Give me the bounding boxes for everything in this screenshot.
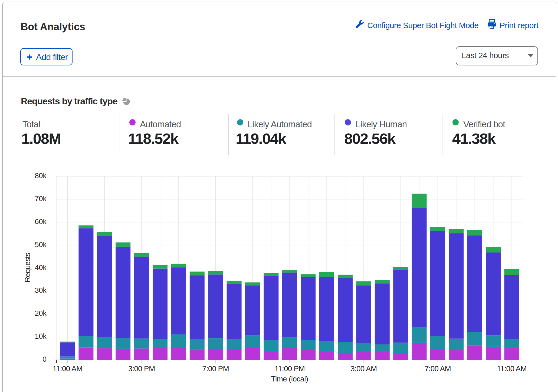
svg-text:7:00 PM: 7:00 PM [202, 364, 229, 373]
svg-text:70k: 70k [35, 195, 47, 203]
svg-text:3:00 PM: 3:00 PM [128, 364, 155, 373]
svg-text:11:00 AM: 11:00 AM [53, 364, 83, 373]
svg-text:Time (local): Time (local) [271, 375, 308, 383]
svg-text:60k: 60k [35, 218, 47, 226]
svg-text:0: 0 [42, 355, 47, 363]
svg-text:10k: 10k [35, 332, 47, 340]
svg-text:20k: 20k [35, 309, 47, 317]
svg-text:7:00 AM: 7:00 AM [425, 364, 451, 373]
svg-text:3:00 AM: 3:00 AM [350, 364, 377, 373]
svg-text:11:00 AM: 11:00 AM [497, 364, 527, 373]
svg-text:30k: 30k [35, 286, 47, 294]
svg-text:40k: 40k [35, 264, 47, 272]
svg-text:Requests: Requests [23, 253, 32, 282]
svg-text:80k: 80k [35, 172, 47, 180]
svg-text:50k: 50k [35, 241, 47, 249]
svg-text:11:00 PM: 11:00 PM [275, 364, 305, 373]
